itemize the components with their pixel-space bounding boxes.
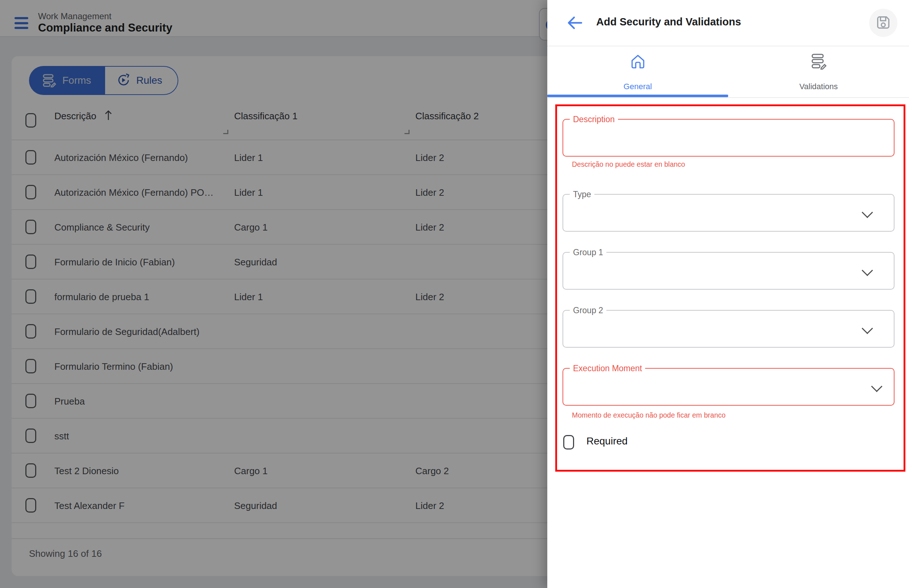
validations-icon	[811, 53, 827, 71]
execution-moment-label: Execution Moment	[570, 363, 645, 373]
back-button[interactable]	[566, 15, 583, 31]
group2-label: Group 2	[570, 305, 606, 315]
group1-field-group: Group 1	[562, 252, 894, 290]
panel-header: Add Security and Validations	[547, 0, 909, 47]
description-field-group: Description Descrição no puede estar en …	[562, 119, 894, 157]
save-button[interactable]	[869, 9, 898, 37]
type-select[interactable]: Type	[562, 194, 894, 232]
execution-moment-select[interactable]: Execution Moment	[562, 368, 894, 405]
screen: Work Management Compliance and Security	[0, 0, 909, 588]
execution-moment-error: Momento de execução não pode ficar em br…	[572, 411, 726, 420]
description-input[interactable]: Description	[562, 119, 894, 157]
group1-label: Group 1	[570, 247, 606, 257]
group2-select[interactable]: Group 2	[562, 310, 894, 348]
add-security-panel: Add Security and Validations	[547, 0, 909, 588]
chevron-down-icon	[862, 207, 873, 218]
home-icon	[629, 53, 647, 71]
panel-tabs: General Validations	[547, 47, 909, 98]
save-icon	[875, 14, 891, 32]
panel-title: Add Security and Validations	[596, 16, 741, 28]
active-tab-indicator	[547, 95, 728, 97]
required-checkbox[interactable]	[563, 435, 574, 449]
group2-field-group: Group 2	[562, 310, 894, 348]
description-label: Description	[570, 115, 618, 124]
description-error: Descrição no puede estar en blanco	[572, 160, 685, 168]
group1-select[interactable]: Group 1	[562, 252, 894, 290]
back-arrow-icon	[566, 27, 583, 32]
execution-moment-field-group: Execution Moment Momento de execução não…	[562, 368, 894, 405]
tab-validations[interactable]: Validations	[728, 47, 909, 97]
chevron-down-icon	[862, 265, 873, 276]
chevron-down-icon	[862, 323, 873, 334]
required-label: Required	[586, 435, 628, 447]
chevron-down-icon	[871, 381, 882, 392]
type-field-group: Type	[562, 194, 894, 232]
general-tab-label: General	[547, 82, 728, 91]
tab-general[interactable]: General	[547, 47, 728, 97]
type-label: Type	[570, 190, 594, 199]
validations-tab-label: Validations	[728, 82, 909, 91]
